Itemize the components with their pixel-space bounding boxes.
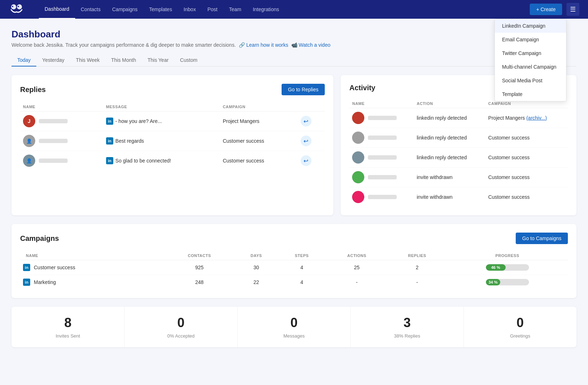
table-row: 👤 in Best regards Customer success bbox=[20, 131, 325, 151]
blurred-name bbox=[368, 175, 397, 179]
avatar bbox=[352, 132, 364, 144]
activity-table: NAME ACTION CAMPAIGN bbox=[349, 99, 568, 207]
go-to-campaigns-button[interactable]: Go to Campaigns bbox=[516, 233, 568, 244]
progress-bar-container: 46 % bbox=[486, 264, 529, 271]
message-cell: in - how you are? Are... bbox=[106, 118, 217, 125]
campaign-days: 22 bbox=[235, 275, 278, 290]
table-row: linkedin reply detected Customer success bbox=[349, 128, 568, 148]
campaigns-col-actions: ACTIONS bbox=[326, 251, 388, 260]
activity-col-action: ACTION bbox=[414, 99, 486, 108]
tab-this-week[interactable]: This Week bbox=[70, 54, 105, 67]
svg-point-13 bbox=[352, 171, 364, 183]
nav-templates[interactable]: Templates bbox=[143, 0, 178, 19]
nav-right: + Create ☰ bbox=[530, 3, 579, 16]
nav-team[interactable]: Team bbox=[223, 0, 247, 19]
learn-link[interactable]: 🔗 Learn how it works bbox=[239, 42, 288, 48]
activity-action: linkedin reply detected bbox=[414, 148, 486, 168]
campaigns-col-contacts: CONTACTS bbox=[164, 251, 235, 260]
stat-label: Greetings bbox=[470, 333, 571, 339]
svg-point-12 bbox=[352, 151, 364, 164]
dropdown-multichannel-campaign[interactable]: Multi-channel Campaign bbox=[495, 60, 566, 74]
nav-dashboard[interactable]: Dashboard bbox=[39, 0, 75, 19]
page-subtitle: Welcome back Jessika. Track your campaig… bbox=[12, 42, 576, 48]
dropdown-twitter-campaign[interactable]: Twitter Campaign bbox=[495, 46, 566, 60]
table-row: linkedin reply detected Customer success bbox=[349, 148, 568, 168]
campaign-replies: - bbox=[387, 275, 447, 290]
blurred-name bbox=[368, 195, 397, 199]
activity-campaign: Customer success bbox=[486, 168, 568, 187]
progress-bar: 46 % bbox=[486, 264, 506, 271]
reply-button[interactable]: ↩ bbox=[301, 155, 311, 166]
svg-point-0 bbox=[11, 4, 16, 9]
stat-label: 0% Accepted bbox=[130, 333, 231, 339]
tab-yesterday[interactable]: Yesterday bbox=[36, 54, 70, 67]
campaigns-header: Campaigns Go to Campaigns bbox=[20, 233, 568, 244]
tab-this-month[interactable]: This Month bbox=[105, 54, 142, 67]
replies-header: Replies Go to Replies bbox=[20, 84, 325, 95]
campaign-actions: 25 bbox=[326, 260, 388, 275]
video-icon: 📹 bbox=[291, 42, 297, 48]
go-to-replies-button[interactable]: Go to Replies bbox=[282, 84, 325, 95]
svg-point-2 bbox=[12, 6, 13, 7]
activity-col-name: NAME bbox=[349, 99, 414, 108]
reply-name-cell: J bbox=[23, 115, 100, 127]
campaign-contacts: 925 bbox=[164, 260, 235, 275]
linkedin-icon: in bbox=[106, 137, 113, 145]
activity-name-cell bbox=[352, 151, 411, 164]
dropdown-template[interactable]: Template bbox=[495, 87, 566, 101]
avatar: J bbox=[23, 115, 35, 127]
nav-inbox[interactable]: Inbox bbox=[178, 0, 201, 19]
table-row: in Customer success 925 30 4 25 2 46 % bbox=[20, 260, 568, 275]
campaign-name: Customer success bbox=[220, 151, 297, 171]
reply-button[interactable]: ↩ bbox=[301, 116, 311, 127]
logo[interactable] bbox=[9, 3, 24, 15]
hamburger-button[interactable]: ☰ bbox=[566, 3, 579, 16]
nav-campaigns[interactable]: Campaigns bbox=[106, 0, 143, 19]
watch-link[interactable]: 📹 Watch a video bbox=[291, 42, 331, 48]
linkedin-icon: in bbox=[106, 157, 113, 164]
progress-bar-container: 34 % bbox=[486, 279, 529, 285]
message-text: So glad to be connected! bbox=[115, 158, 171, 164]
replies-col-message: MESSAGE bbox=[103, 102, 220, 111]
stat-greetings: 0 Greetings bbox=[464, 307, 576, 347]
dropdown-social-media-post[interactable]: Social Media Post bbox=[495, 74, 566, 87]
dropdown-linkedin-campaign[interactable]: LinkedIn Campaign bbox=[495, 19, 566, 33]
linkedin-icon: in bbox=[106, 118, 113, 125]
svg-point-11 bbox=[352, 132, 364, 144]
svg-text:👤: 👤 bbox=[26, 158, 32, 164]
nav-integrations[interactable]: Integrations bbox=[247, 0, 285, 19]
activity-campaign: Customer success bbox=[486, 148, 568, 168]
campaign-name: Customer success bbox=[34, 265, 75, 270]
activity-action: invite withdrawn bbox=[414, 187, 486, 207]
archived-link[interactable]: (archiv...) bbox=[526, 115, 547, 121]
dropdown-email-campaign[interactable]: Email Campaign bbox=[495, 33, 566, 46]
tab-this-year[interactable]: This Year bbox=[142, 54, 174, 67]
activity-action: invite withdrawn bbox=[414, 168, 486, 187]
campaign-name: Customer success bbox=[220, 131, 297, 151]
avatar: 👤 bbox=[23, 135, 35, 147]
blurred-name bbox=[368, 155, 397, 160]
tab-today[interactable]: Today bbox=[12, 54, 36, 67]
stat-messages: 0 Messages bbox=[238, 307, 351, 347]
campaigns-card: Campaigns Go to Campaigns NAME CONTACTS … bbox=[12, 224, 576, 298]
svg-point-14 bbox=[352, 191, 364, 203]
campaigns-col-days: DAYS bbox=[235, 251, 278, 260]
svg-point-10 bbox=[352, 112, 364, 124]
create-button[interactable]: + Create bbox=[530, 4, 562, 15]
message-cell: in Best regards bbox=[106, 137, 217, 145]
page-title: Dashboard bbox=[12, 29, 576, 40]
campaigns-col-replies: REPLIES bbox=[387, 251, 447, 260]
nav-post[interactable]: Post bbox=[202, 0, 223, 19]
create-dropdown: LinkedIn Campaign Email Campaign Twitter… bbox=[494, 19, 566, 101]
tab-custom[interactable]: Custom bbox=[174, 54, 203, 67]
campaign-name: Project Mangers bbox=[220, 111, 297, 131]
stat-invites-sent: 8 Invites Sent bbox=[12, 307, 124, 347]
nav-contacts[interactable]: Contacts bbox=[75, 0, 106, 19]
stat-accepted: 0 0% Accepted bbox=[124, 307, 237, 347]
main-cards-row: Replies Go to Replies NAME MESSAGE CAMPA… bbox=[12, 75, 576, 215]
campaign-contacts: 248 bbox=[164, 275, 235, 290]
activity-name-cell bbox=[352, 132, 411, 144]
reply-button[interactable]: ↩ bbox=[301, 136, 311, 146]
campaign-days: 30 bbox=[235, 260, 278, 275]
activity-campaign: Customer success bbox=[486, 187, 568, 207]
